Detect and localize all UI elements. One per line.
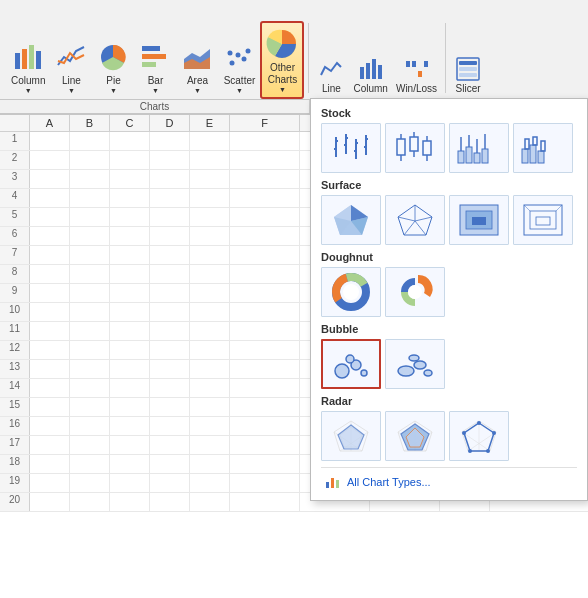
bubble-chart-2[interactable] — [385, 339, 445, 389]
surface-chart-2[interactable] — [385, 195, 445, 245]
ribbon-separator-1 — [308, 23, 309, 93]
svg-rect-27 — [459, 73, 477, 77]
svg-marker-100 — [338, 425, 364, 449]
svg-rect-5 — [142, 46, 160, 51]
area-btn-label: Area — [187, 75, 208, 87]
bubble-section-title: Bubble — [321, 323, 577, 335]
svg-point-87 — [335, 364, 349, 378]
svg-point-10 — [230, 61, 235, 66]
svg-rect-51 — [474, 153, 480, 163]
svg-rect-40 — [397, 139, 405, 155]
surface-chart-4[interactable] — [513, 195, 573, 245]
svg-point-90 — [361, 370, 367, 376]
svg-rect-79 — [536, 217, 550, 225]
doughnut-chart-1[interactable] — [321, 267, 381, 317]
svg-point-114 — [486, 449, 490, 453]
svg-rect-20 — [406, 61, 410, 67]
svg-rect-6 — [142, 54, 166, 59]
all-chart-types-link[interactable]: All Chart Types... — [321, 467, 577, 492]
ribbon-btn-line[interactable]: Line ▼ — [50, 21, 92, 99]
spark-column-label: Column — [353, 83, 387, 94]
stock-chart-row — [321, 123, 577, 173]
doughnut-chart-row — [321, 267, 577, 317]
ribbon-btn-other[interactable]: OtherCharts ▼ — [260, 21, 304, 99]
charts-group-label: Charts — [0, 100, 310, 113]
svg-rect-26 — [459, 67, 477, 71]
radar-chart-row — [321, 411, 577, 461]
ribbon-btn-slicer[interactable]: Slicer — [450, 21, 486, 99]
svg-rect-22 — [418, 71, 422, 77]
svg-point-14 — [228, 51, 233, 56]
surface-chart-3[interactable] — [449, 195, 509, 245]
svg-rect-46 — [423, 141, 431, 155]
surface-chart-1[interactable] — [321, 195, 381, 245]
ribbon-btn-win-loss[interactable]: Win/Loss — [392, 21, 441, 99]
column-btn-label: Column — [11, 75, 45, 87]
surface-section-title: Surface — [321, 179, 577, 191]
svg-rect-7 — [142, 62, 156, 67]
svg-rect-52 — [482, 149, 488, 163]
stock-chart-2[interactable] — [385, 123, 445, 173]
svg-line-71 — [415, 221, 426, 235]
doughnut-section-title: Doughnut — [321, 251, 577, 263]
radar-section-title: Radar — [321, 395, 577, 407]
svg-rect-16 — [360, 67, 364, 79]
svg-line-80 — [524, 205, 530, 211]
ribbon-btn-scatter[interactable]: Scatter ▼ — [218, 21, 260, 99]
ribbon-btn-column[interactable]: Column ▼ — [6, 21, 50, 99]
scatter-chart-icon — [223, 41, 255, 73]
ribbon-btn-area[interactable]: Area ▼ — [176, 21, 218, 99]
line-btn-label: Line — [62, 75, 81, 87]
sparkline-column-icon — [359, 57, 383, 81]
svg-rect-62 — [541, 141, 545, 151]
ribbon: Column ▼ Line ▼ Pie ▼ — [0, 0, 588, 100]
svg-rect-23 — [424, 61, 428, 67]
stock-chart-1[interactable] — [321, 123, 381, 173]
all-chart-types-label: All Chart Types... — [347, 476, 431, 488]
other-charts-icon — [266, 28, 298, 60]
stock-section-title: Stock — [321, 107, 577, 119]
bar-btn-label: Bar — [148, 75, 164, 87]
svg-rect-58 — [530, 145, 536, 163]
svg-point-89 — [346, 355, 354, 363]
svg-rect-50 — [466, 147, 472, 163]
chart-type-dropdown: Stock — [310, 98, 588, 501]
svg-rect-3 — [36, 51, 41, 69]
svg-point-85 — [343, 284, 359, 300]
other-btn-label: OtherCharts — [268, 62, 297, 86]
svg-point-116 — [462, 431, 466, 435]
svg-rect-0 — [15, 53, 20, 69]
ribbon-btn-spark-line[interactable]: Line — [313, 21, 349, 99]
pie-btn-label: Pie — [106, 75, 120, 87]
svg-point-86 — [408, 285, 422, 299]
svg-point-91 — [398, 366, 414, 376]
svg-point-13 — [246, 49, 251, 54]
svg-line-73 — [398, 217, 415, 221]
all-chart-types-icon — [325, 474, 341, 490]
svg-rect-60 — [525, 139, 529, 149]
svg-rect-57 — [522, 149, 528, 163]
svg-line-72 — [404, 221, 415, 235]
stock-chart-3[interactable] — [449, 123, 509, 173]
radar-chart-1[interactable] — [321, 411, 381, 461]
bubble-chart-1[interactable] — [321, 339, 381, 389]
radar-chart-2[interactable] — [385, 411, 445, 461]
ribbon-separator-2 — [445, 23, 446, 93]
stock-chart-4[interactable] — [513, 123, 573, 173]
surface-chart-row — [321, 195, 577, 245]
line-chart-icon — [55, 41, 87, 73]
doughnut-chart-2[interactable] — [385, 267, 445, 317]
ribbon-btn-bar[interactable]: Bar ▼ — [134, 21, 176, 99]
svg-point-94 — [424, 370, 432, 376]
svg-rect-19 — [378, 65, 382, 79]
svg-rect-18 — [372, 59, 376, 79]
svg-line-70 — [415, 217, 432, 221]
ribbon-btn-pie[interactable]: Pie ▼ — [92, 21, 134, 99]
ribbon-btn-spark-column[interactable]: Column — [349, 21, 391, 99]
svg-rect-49 — [458, 151, 464, 163]
svg-point-92 — [414, 361, 426, 369]
pie-chart-icon — [97, 41, 129, 73]
radar-chart-3[interactable] — [449, 411, 509, 461]
svg-rect-117 — [326, 482, 329, 488]
bar-chart-icon — [139, 41, 171, 73]
